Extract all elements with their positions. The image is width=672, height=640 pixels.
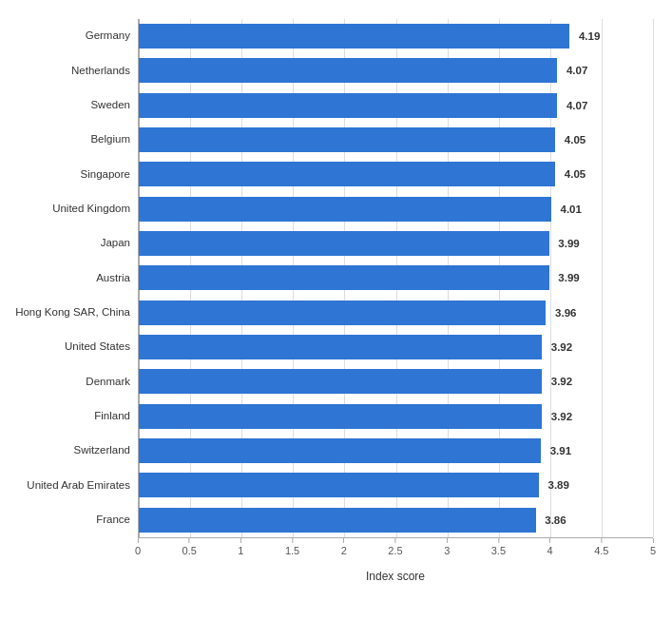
y-label: Switzerland: [0, 434, 138, 468]
bar-row: 4.01: [139, 192, 653, 226]
x-tick-label: 0: [135, 545, 141, 556]
y-label: Denmark: [0, 364, 138, 398]
bar-value-label: 4.05: [565, 134, 586, 145]
bar-row: 4.07: [139, 88, 653, 123]
x-tick: 2.5: [388, 538, 402, 556]
y-label: United Kingdom: [0, 192, 138, 226]
bar-value-label: 3.91: [550, 445, 571, 456]
x-tick: 3.5: [491, 538, 506, 556]
bar-value-label: 4.19: [579, 30, 600, 42]
x-tick-label: 3.5: [491, 545, 506, 556]
y-label: Netherlands: [0, 53, 138, 87]
x-tick-label: 4.5: [594, 545, 608, 556]
y-label: Japan: [0, 226, 138, 261]
y-labels: GermanyNetherlandsSwedenBelgiumSingapore…: [0, 19, 138, 537]
x-tick-mark: [394, 538, 395, 543]
x-tick: 4.5: [594, 538, 608, 556]
x-tick: 1: [238, 538, 243, 556]
bar: 4.07: [139, 93, 557, 118]
x-tick-label: 2.5: [388, 545, 402, 556]
y-label: Singapore: [0, 157, 138, 191]
x-tick-label: 1: [238, 545, 243, 556]
x-tick-label: 1.5: [285, 545, 299, 556]
x-tick-mark: [343, 538, 344, 543]
bar-value-label: 3.96: [555, 307, 576, 319]
bar-row: 3.99: [139, 261, 653, 295]
x-axis-title: Index score: [138, 570, 653, 583]
bar: 4.05: [139, 162, 555, 186]
bar-value-label: 3.99: [558, 272, 579, 283]
chart-container: GermanyNetherlandsSwedenBelgiumSingapore…: [0, 0, 672, 640]
bar: 4.19: [139, 24, 569, 48]
bar-row: 4.07: [139, 53, 653, 87]
bar-row: 3.89: [139, 468, 653, 502]
bar-value-label: 4.07: [566, 100, 587, 111]
bar-row: 3.92: [139, 399, 653, 434]
y-label: Finland: [0, 399, 138, 434]
bar-value-label: 3.86: [545, 514, 566, 526]
bar: 3.99: [139, 265, 549, 290]
bars-and-grid: 4.194.074.074.054.054.013.993.993.963.92…: [138, 19, 653, 537]
bar-value-label: 3.99: [558, 238, 579, 249]
bar: 3.92: [139, 335, 542, 359]
x-tick-mark: [653, 538, 654, 543]
x-tick: 3: [444, 538, 450, 556]
grid-line: [653, 19, 654, 537]
x-tick: 2: [341, 538, 347, 556]
bar-row: 3.86: [139, 503, 653, 537]
bar: 3.91: [139, 438, 541, 463]
x-tick: 0: [135, 538, 141, 556]
x-tick-label: 3: [444, 545, 450, 556]
x-tick-mark: [447, 538, 448, 543]
bar: 3.92: [139, 369, 542, 394]
bar: 4.07: [139, 58, 557, 83]
y-label: Sweden: [0, 88, 138, 123]
y-label: France: [0, 503, 138, 537]
x-tick-label: 2: [341, 545, 347, 556]
y-label: United States: [0, 330, 138, 364]
bar: 3.96: [139, 301, 546, 325]
x-tick-mark: [189, 538, 190, 543]
bar: 3.92: [139, 404, 542, 429]
bar: 3.89: [139, 473, 539, 497]
y-label: United Arab Emirates: [0, 468, 138, 502]
bar-row: 3.96: [139, 296, 653, 330]
x-tick: 4: [547, 538, 553, 556]
bar: 4.01: [139, 197, 551, 222]
y-label: Austria: [0, 261, 138, 295]
x-axis: 00.511.522.533.544.55: [138, 537, 653, 566]
bar-row: 4.05: [139, 157, 653, 191]
bar-value-label: 3.92: [551, 376, 572, 387]
bar-row: 4.19: [139, 19, 653, 53]
bar: 3.99: [139, 231, 549, 256]
bar-value-label: 4.05: [565, 168, 586, 180]
x-tick: 1.5: [285, 538, 299, 556]
x-tick-label: 4: [547, 545, 553, 556]
bar-value-label: 4.01: [560, 204, 581, 215]
x-tick-mark: [549, 538, 550, 543]
bar-value-label: 3.89: [548, 479, 569, 491]
x-tick-mark: [601, 538, 602, 543]
chart-area: GermanyNetherlandsSwedenBelgiumSingapore…: [0, 19, 653, 583]
y-label: Germany: [0, 19, 138, 53]
bar-value-label: 3.92: [551, 411, 572, 422]
x-tick-mark: [498, 538, 499, 543]
bar-row: 3.91: [139, 434, 653, 468]
bar-value-label: 4.07: [566, 65, 587, 76]
bars-section: GermanyNetherlandsSwedenBelgiumSingapore…: [0, 19, 653, 537]
bar: 3.86: [139, 508, 536, 533]
x-tick-mark: [240, 538, 241, 543]
bar: 4.05: [139, 127, 555, 152]
bar-row: 3.92: [139, 364, 653, 398]
bar-row: 3.99: [139, 226, 653, 261]
x-tick-mark: [138, 538, 139, 543]
y-label: Hong Kong SAR, China: [0, 296, 138, 330]
x-tick: 5: [650, 538, 656, 556]
x-tick-label: 0.5: [182, 545, 197, 556]
bar-value-label: 3.92: [551, 341, 572, 353]
bar-row: 4.05: [139, 123, 653, 157]
x-tick-label: 5: [650, 545, 656, 556]
x-tick: 0.5: [182, 538, 197, 556]
bar-row: 3.92: [139, 330, 653, 364]
x-tick-mark: [292, 538, 293, 543]
